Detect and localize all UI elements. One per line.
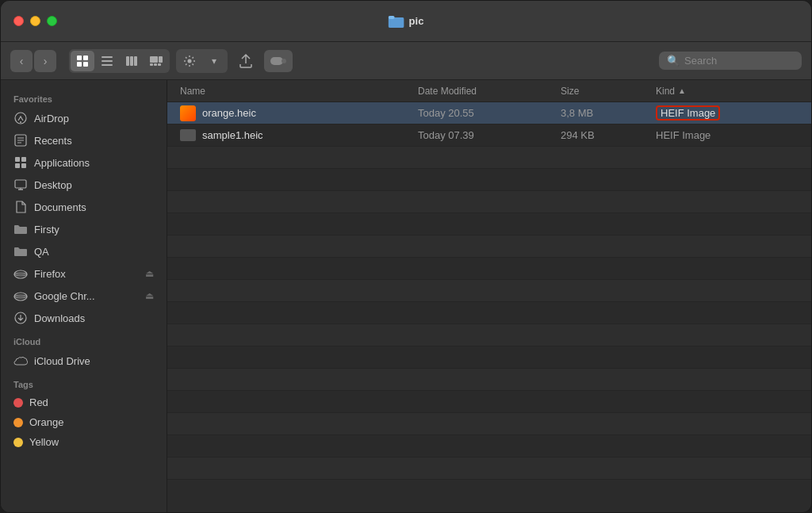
- tag-button[interactable]: [264, 50, 293, 72]
- red-tag-dot: [13, 398, 23, 408]
- gallery-view-button[interactable]: [144, 51, 168, 71]
- svg-point-21: [20, 121, 21, 123]
- table-row[interactable]: orange.heic Today 20.55 3,8 MB HEIF Imag…: [167, 102, 811, 124]
- search-box[interactable]: 🔍: [659, 52, 802, 70]
- action-chevron[interactable]: ▾: [202, 51, 226, 71]
- sidebar-item-label: Documents: [34, 201, 86, 213]
- table-row-empty: [167, 147, 811, 169]
- svg-rect-8: [102, 64, 113, 66]
- eject-firefox-button[interactable]: ⏏: [145, 268, 154, 279]
- svg-rect-6: [102, 56, 113, 58]
- size-column-header[interactable]: Size: [561, 86, 656, 97]
- eject-googlechr-button[interactable]: ⏏: [145, 290, 154, 301]
- view-buttons: [69, 49, 170, 73]
- sidebar-item-label: Firsty: [34, 224, 59, 235]
- column-view-button[interactable]: [120, 51, 144, 71]
- date-modified-column-header[interactable]: Date Modified: [418, 86, 561, 97]
- file-name-cell: orange.heic: [180, 105, 418, 121]
- table-row-empty: [167, 213, 811, 235]
- sidebar-item-applications[interactable]: Applications: [4, 151, 163, 174]
- folder-icon: [13, 222, 28, 236]
- sidebar-item-airdrop[interactable]: AirDrop: [4, 107, 163, 129]
- table-row-empty: [167, 457, 811, 480]
- file-name-text: orange.heic: [202, 107, 256, 119]
- svg-rect-30: [15, 180, 26, 188]
- svg-point-17: [188, 59, 192, 63]
- action-button[interactable]: [178, 51, 201, 71]
- main-content: Favorites AirDrop: [1, 80, 811, 512]
- file-size-cell: 294 KB: [561, 129, 656, 141]
- kind-column-header[interactable]: Kind ▲: [656, 86, 783, 97]
- sidebar-item-qa[interactable]: QA: [4, 240, 163, 262]
- sidebar-item-googlechr[interactable]: Google Chr... ⏏: [4, 285, 163, 307]
- column-headers: Name Date Modified Size Kind ▲: [167, 80, 811, 102]
- sidebar-item-documents[interactable]: Documents: [4, 196, 163, 218]
- back-button[interactable]: ‹: [10, 50, 33, 72]
- sidebar-item-recents[interactable]: Recents: [4, 129, 163, 151]
- file-area: Name Date Modified Size Kind ▲: [167, 80, 811, 512]
- svg-rect-3: [83, 56, 88, 60]
- icon-view-button[interactable]: [71, 51, 94, 71]
- sidebar-item-icloud-drive[interactable]: iCloud Drive: [4, 350, 163, 372]
- sidebar-item-label: Recents: [34, 135, 72, 147]
- downloads-icon: [13, 311, 28, 325]
- sidebar-item-label: Red: [29, 396, 48, 408]
- close-button[interactable]: [13, 16, 24, 26]
- table-row-empty: [167, 258, 811, 280]
- favorites-label: Favorites: [1, 86, 167, 107]
- sidebar-item-downloads[interactable]: Downloads: [4, 307, 163, 329]
- airdrop-icon: [13, 111, 28, 125]
- yellow-tag-dot: [13, 438, 23, 447]
- svg-point-19: [282, 59, 286, 63]
- table-row-empty: [167, 369, 811, 391]
- kind-badge-highlighted: HEIF Image: [656, 105, 720, 121]
- list-view-button[interactable]: [95, 51, 119, 71]
- sidebar-item-tag-orange[interactable]: Orange: [4, 412, 163, 432]
- sort-arrow-icon: ▲: [678, 86, 686, 95]
- orange-tag-dot: [13, 418, 23, 427]
- sidebar-item-firsty[interactable]: Firsty: [4, 218, 163, 240]
- sidebar-item-tag-yellow[interactable]: Yellow: [4, 432, 163, 452]
- sidebar-item-firefox[interactable]: Firefox ⏏: [4, 262, 163, 285]
- kind-normal-text: HEIF Image: [656, 129, 710, 141]
- orange-thumbnail: [180, 105, 196, 121]
- table-row-empty: [167, 324, 811, 346]
- table-row-empty: [167, 391, 811, 413]
- tag-icon: [270, 56, 286, 67]
- window-title-area: pic: [389, 15, 424, 28]
- table-row-empty: [167, 346, 811, 369]
- svg-rect-2: [77, 56, 82, 60]
- gallery-icon: [150, 56, 163, 66]
- search-input[interactable]: [684, 55, 794, 67]
- svg-rect-5: [83, 62, 88, 67]
- recents-icon: [13, 133, 28, 147]
- sidebar-item-label: Downloads: [34, 312, 85, 324]
- table-row-empty: [167, 302, 811, 324]
- sidebar: Favorites AirDrop: [1, 80, 167, 512]
- column-icon: [126, 56, 137, 66]
- documents-icon: [13, 200, 28, 214]
- share-button[interactable]: [234, 50, 258, 72]
- forward-button[interactable]: ›: [34, 50, 56, 72]
- sidebar-item-tag-red[interactable]: Red: [4, 392, 163, 412]
- file-kind-cell: HEIF Image: [656, 129, 783, 141]
- window-title: pic: [409, 15, 424, 27]
- search-icon: 🔍: [667, 55, 680, 67]
- file-list: orange.heic Today 20.55 3,8 MB HEIF Imag…: [167, 102, 811, 512]
- applications-icon: [13, 155, 28, 170]
- table-row[interactable]: sample1.heic Today 07.39 294 KB HEIF Ima…: [167, 124, 811, 147]
- sidebar-item-desktop[interactable]: Desktop: [4, 174, 163, 196]
- maximize-button[interactable]: [47, 16, 57, 26]
- sidebar-item-label: AirDrop: [34, 113, 69, 124]
- googlechr-drive-icon: [13, 289, 28, 303]
- sidebar-item-label: Orange: [29, 416, 63, 428]
- name-column-header[interactable]: Name: [180, 86, 418, 97]
- table-row-empty: [167, 435, 811, 457]
- svg-rect-27: [21, 157, 26, 162]
- minimize-button[interactable]: [30, 16, 40, 26]
- share-icon: [239, 54, 252, 68]
- file-size-cell: 3,8 MB: [561, 107, 656, 119]
- grid-icon: [77, 56, 88, 67]
- sidebar-item-label: Applications: [34, 157, 90, 169]
- tags-label: Tags: [1, 372, 167, 392]
